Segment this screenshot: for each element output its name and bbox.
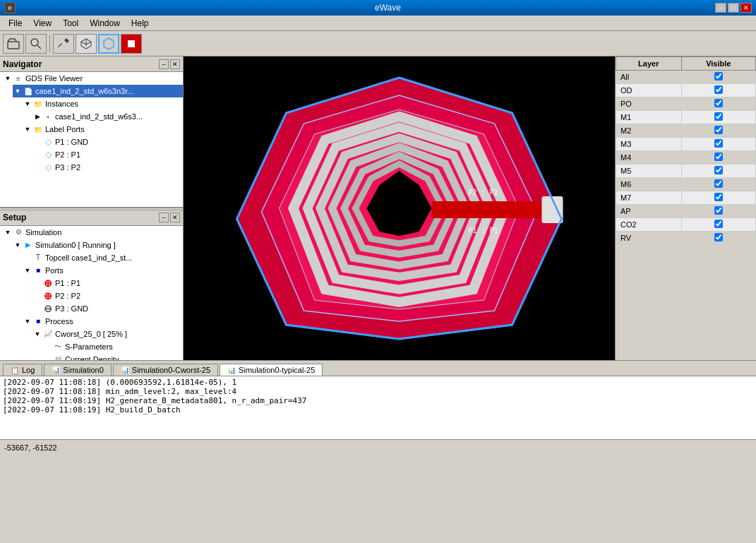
tab-log[interactable]: 📋 Log [3,364,42,376]
tree-process[interactable]: ▼ ■ Process [23,315,183,328]
viewport[interactable]: P2 : P2 P1 : P1 [184,56,615,360]
tree-item-label: P1 : GND [55,138,88,146]
svg-text:P1 : P1: P1 : P1 [469,227,498,234]
layer-visible-checkbox[interactable] [714,85,723,94]
layer-visible-checkbox[interactable] [714,233,723,241]
layer-name: M4 [616,151,682,165]
layer-row: M3 [616,138,756,151]
navigator-collapse-btn[interactable]: – [159,59,169,69]
layer-row: M4 [616,151,756,165]
layer-visible-checkbox[interactable] [714,126,723,134]
tree-p1-gnd[interactable]: ◇ P1 : GND [32,136,183,148]
tree-setup-p3[interactable]: ⊖ P3 : GND [32,302,183,315]
menu-file[interactable]: File [3,17,28,30]
layer-visible-checkbox[interactable] [714,166,723,174]
setup-header: Setup – ✕ [0,210,183,226]
tool-button[interactable] [53,34,74,54]
3d-view-button[interactable] [76,34,97,54]
stop-button[interactable] [121,34,142,54]
tree-simulation[interactable]: ▼ ⚙ Simulation [3,226,183,239]
open-button[interactable] [3,34,24,54]
tree-ports[interactable]: ▼ ■ Ports [23,264,183,277]
layer-name: PO [616,97,682,111]
tree-gds-file-viewer[interactable]: ▼ ≡ GDS File Viewer [3,72,183,85]
layer-visible-checkbox[interactable] [714,193,723,201]
tree-topcell[interactable]: T Topcell case1_ind_2_st... [23,251,183,264]
toggle-icon: ▼ [23,124,32,134]
svg-text:P2 : P2: P2 : P2 [469,189,498,196]
tab-cworst[interactable]: 📊 Simulation0-Cworst-25 [113,364,218,376]
tree-sparams[interactable]: 〜 S-Parameters [42,340,183,353]
layer-visible-checkbox[interactable] [714,153,723,161]
empty-toggle [32,162,42,172]
layer-visible-checkbox[interactable] [714,99,723,107]
setup-close-btn[interactable]: ✕ [170,213,180,222]
tree-p2-p1[interactable]: ◇ P2 : P1 [32,148,183,161]
empty-toggle [32,150,42,160]
chart-icon: 📈 [42,328,54,340]
layer-visible-cell [681,218,755,232]
tree-item-label: Simulation [25,228,61,237]
layer-visible-cell [681,124,755,138]
sim-icon: ⚙ [13,227,24,238]
layer-visible-checkbox[interactable] [714,72,723,80]
tree-case1[interactable]: ▼ 📄 case1_ind_2_std_w6s3n3r... [13,85,183,97]
layer-visible-checkbox[interactable] [714,112,723,121]
layer-visible-cell [681,191,755,205]
close-button[interactable]: ✕ [740,3,752,13]
tree-cworst[interactable]: ▼ 📈 Cworst_25_0 [ 25% ] [32,328,183,340]
minus-icon: ⊖ [42,303,54,314]
tab-typical[interactable]: 📊 Simulation0-typical-25 [220,364,323,376]
chart2-icon: 〜 [52,341,64,352]
navigator-close-btn[interactable]: ✕ [170,59,180,69]
3d-icon [79,37,93,51]
layer-visible-cell [681,84,755,97]
minimize-button[interactable]: – [715,3,726,13]
zoom-button[interactable] [25,34,47,54]
layer-name: M3 [616,138,682,151]
typical-tab-icon: 📊 [227,366,236,374]
layer-visible-cell [681,232,755,245]
cworst-tab-icon: 📊 [121,366,129,374]
tree-setup-p2[interactable]: ⊕ P2 : P2 [32,290,183,302]
file-icon: 📄 [23,85,34,97]
menu-bar: File View Tool Window Help [0,16,756,31]
stop-icon [124,37,138,51]
layer-visible-checkbox[interactable] [714,179,723,188]
tree-setup-p1[interactable]: ⊕ P1 : P1 [32,277,183,290]
menu-view[interactable]: View [28,17,57,30]
status-coordinates: -53667, -61522 [4,443,57,452]
hex-view-button[interactable] [98,34,119,54]
layer-visible-checkbox[interactable] [714,139,723,148]
tree-p3-p2[interactable]: ◇ P3 : P2 [32,161,183,174]
open-icon [6,37,20,51]
tree-label-ports[interactable]: ▼ 📁 Label Ports [23,123,183,136]
tab-typical-label: Simulation0-typical-25 [239,366,315,374]
svg-rect-16 [432,201,545,218]
layer-row: M2 [616,124,756,138]
layer-visible-checkbox[interactable] [714,206,723,215]
tree-case1-sub[interactable]: ▶ ▪ case1_ind_2_std_w6s3... [32,110,183,123]
tree-sim0[interactable]: ▼ ▶ Simulation0 [ Running ] [13,239,183,251]
layer-visible-checkbox[interactable] [714,220,723,228]
empty-toggle [32,137,42,147]
log-area[interactable]: [2022-09-07 11:08:18] (0.000693592,1.618… [0,376,756,439]
toggle-icon: ▼ [13,86,23,96]
layer-row: RV [616,232,756,245]
layer-row: M5 [616,165,756,178]
tab-sim0[interactable]: 📊 Simulation0 [44,364,111,376]
tree-instances[interactable]: ▼ 📁 Instances [23,97,183,110]
setup-collapse-btn[interactable]: – [159,213,169,222]
menu-help[interactable]: Help [126,17,155,30]
layer-name: M6 [616,178,682,191]
tab-log-label: Log [22,366,35,374]
maximize-button[interactable]: □ [728,3,739,13]
menu-window[interactable]: Window [84,17,126,30]
empty-toggle [42,342,52,352]
svg-line-2 [37,45,41,49]
menu-tool[interactable]: Tool [57,17,84,30]
hex-icon [102,37,116,51]
log-line-3: [2022-09-07 11:08:19] H2_build_D_batch [3,405,753,414]
tree-current-density[interactable]: ▤ Current Density [42,353,183,361]
log-line-0: [2022-09-07 11:08:18] (0.000693592,1.618… [3,378,753,387]
